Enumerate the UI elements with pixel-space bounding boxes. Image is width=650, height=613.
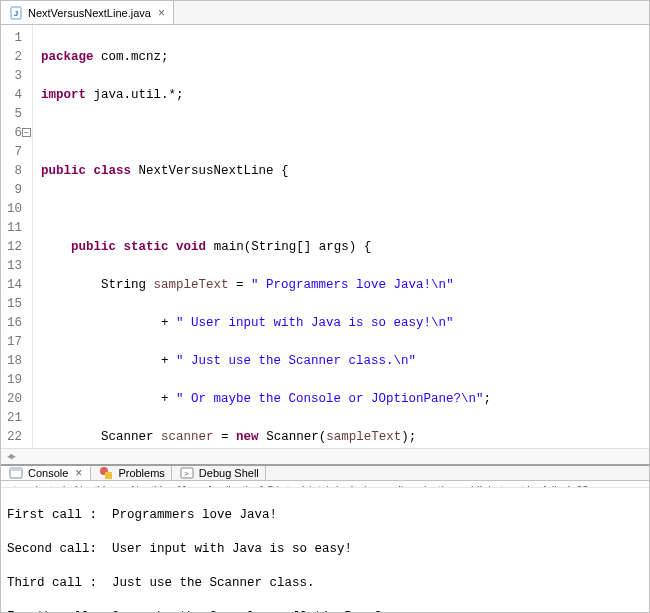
svg-rect-3 bbox=[10, 468, 22, 471]
bottom-tab-bar: Console × Problems > Debug Shell bbox=[1, 466, 649, 481]
editor-area: 1 2 3 4 5 6− 7 8 9 10 11 12 13 14 15 16 … bbox=[1, 25, 649, 448]
tab-debug-shell[interactable]: > Debug Shell bbox=[172, 466, 266, 480]
java-file-icon: J bbox=[9, 6, 23, 20]
debug-shell-icon: > bbox=[180, 466, 194, 480]
svg-text:>: > bbox=[184, 469, 189, 478]
console-output[interactable]: First call : Programmers love Java! Seco… bbox=[1, 488, 649, 613]
tab-console[interactable]: Console × bbox=[1, 466, 91, 480]
editor-tab-label: NextVersusNextLine.java bbox=[28, 7, 151, 19]
console-line: Third call : Just use the Scanner class. bbox=[7, 575, 643, 592]
code-editor[interactable]: package com.mcnz; import java.util.*; pu… bbox=[33, 25, 649, 448]
svg-rect-5 bbox=[105, 472, 112, 479]
console-line: Fourth call: Or maybe the Console or JOp… bbox=[7, 609, 643, 613]
console-line: Second call: User input with Java is so … bbox=[7, 541, 643, 558]
problems-icon bbox=[99, 466, 113, 480]
svg-text:J: J bbox=[14, 9, 18, 18]
console-icon bbox=[9, 466, 23, 480]
horizontal-scroll-bar[interactable]: ◀▶ bbox=[1, 448, 649, 464]
line-number-gutter: 1 2 3 4 5 6− 7 8 9 10 11 12 13 14 15 16 … bbox=[1, 25, 33, 448]
tab-console-label: Console bbox=[28, 467, 68, 479]
tab-debug-shell-label: Debug Shell bbox=[199, 467, 259, 479]
editor-tab-bar: J NextVersusNextLine.java × bbox=[1, 1, 649, 25]
console-status-line: <terminated> NextVersusNextLine [Java Ap… bbox=[1, 481, 649, 488]
fold-toggle-icon[interactable]: − bbox=[22, 128, 31, 137]
close-icon[interactable]: × bbox=[156, 6, 167, 20]
console-line: First call : Programmers love Java! bbox=[7, 507, 643, 524]
close-icon[interactable]: × bbox=[73, 466, 84, 480]
tab-problems[interactable]: Problems bbox=[91, 466, 171, 480]
scroll-arrows-icon: ◀▶ bbox=[7, 451, 14, 462]
bottom-panel: Console × Problems > Debug Shell <termin… bbox=[1, 464, 649, 612]
editor-tab-java-file[interactable]: J NextVersusNextLine.java × bbox=[1, 1, 174, 24]
tab-problems-label: Problems bbox=[118, 467, 164, 479]
